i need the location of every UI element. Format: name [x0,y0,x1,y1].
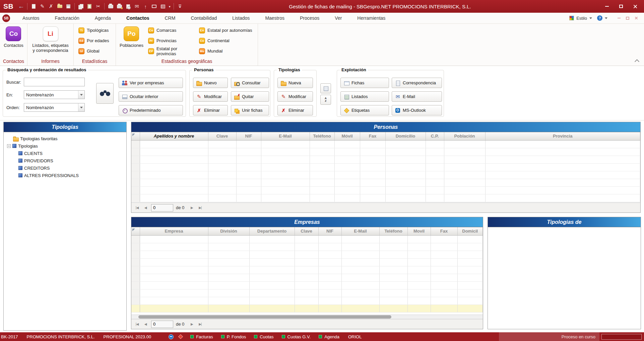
copy-icon[interactable] [76,2,85,11]
column-header[interactable]: Movil [407,227,431,235]
column-header[interactable]: E-Mail [341,227,379,235]
select-all-corner[interactable] [131,227,140,235]
table-row[interactable] [131,266,483,274]
last-page-button[interactable]: ▶| [196,204,204,211]
search-input[interactable] [24,78,85,86]
modificar-tipologia-button[interactable]: Modificar [277,91,313,102]
listados-etiquetas-button[interactable]: Li Listados, etiquetas y correspondencia [30,25,70,53]
column-header[interactable]: NIF [236,132,261,140]
tab-contabilidad[interactable]: Contabilidad [183,13,224,23]
table-row[interactable] [131,179,640,186]
prev-page-button[interactable]: ◀ [142,204,149,211]
export-icon[interactable]: ↑ [141,2,150,11]
close-button[interactable] [628,1,642,11]
mdi-minimize-button[interactable] [615,14,623,22]
tree-item-favoritas[interactable]: Tipologias favoritas [5,135,125,142]
tree-item-altres-professionals[interactable]: ALTRES PROFESSIONALS [5,172,125,179]
tab-contactos[interactable]: Contactos [119,13,157,23]
toolbar-dropdown-icon[interactable]: ▾ [167,2,172,11]
prev-page-button[interactable]: ◀ [142,321,149,328]
grid-icon[interactable] [158,2,167,11]
column-header[interactable]: C.P. [426,132,444,140]
tab-facturacion[interactable]: Facturación [47,13,87,23]
delete-icon[interactable]: ✗ [47,2,55,11]
search-button[interactable] [96,83,114,104]
email-button[interactable]: E-Mail [392,91,442,102]
en-select[interactable]: Nombre/razón [24,90,85,99]
table-row[interactable] [131,243,483,251]
help-icon[interactable]: ? [597,15,602,21]
paste-icon[interactable] [85,2,94,11]
last-page-button[interactable]: ▶| [196,321,204,328]
tab-crm[interactable]: CRM [157,13,183,23]
print-icon[interactable] [106,2,115,11]
fichas-button[interactable]: Fichas [340,78,389,88]
new-document-icon[interactable] [29,2,38,11]
poblaciones-button[interactable]: Po Poblaciones [118,25,145,48]
app-menu-button[interactable]: SB [2,14,10,22]
contactos-button[interactable]: Co Contactos [2,25,25,48]
new-record-row[interactable] [131,305,483,312]
nuevo-persona-button[interactable]: Nuevo [193,78,228,88]
tree-item-creditors[interactable]: CREDITORS [5,164,125,172]
column-header[interactable]: NIF [318,227,341,235]
column-header[interactable]: Población [444,132,485,140]
table-row[interactable] [131,163,640,171]
scrollbar-thumb[interactable] [138,315,391,319]
table-row[interactable] [131,251,483,258]
assign-tipologias-button[interactable] [320,83,331,93]
column-header[interactable]: Clave [295,227,318,235]
comarcas-button[interactable]: Co Comarcas [145,25,196,35]
back-icon[interactable]: ← [17,2,25,11]
column-header[interactable]: Departamento [249,227,295,235]
next-page-button[interactable]: ▶ [188,321,195,328]
estatal-por-autonomias-button[interactable]: EA Estatal por autonomías [196,25,256,35]
collapse-node-icon[interactable] [7,144,11,148]
table-row[interactable] [131,297,483,305]
consultar-persona-button[interactable]: Consultar [231,78,269,88]
sort-az-button[interactable] [320,95,331,105]
listados-button[interactable]: Listados [340,91,389,102]
collapse-ribbon-icon[interactable] [635,59,639,62]
ver-por-empresas-button[interactable]: Ver por empresas [119,78,183,88]
eliminar-persona-button[interactable]: Eliminar [193,105,228,115]
column-header[interactable]: Teléfono [310,132,334,140]
mundial-button[interactable]: Mu Mundial [196,46,256,56]
column-header[interactable]: Empresa [140,227,208,235]
ms-outlook-button[interactable]: MS-Outlook [392,105,442,115]
column-header[interactable]: E-Mail [261,132,310,140]
ocultar-inferior-button[interactable]: Ocultar inferior [119,91,183,102]
horizontal-scrollbar[interactable] [131,315,483,319]
table-row[interactable] [131,274,483,281]
table-row[interactable] [131,281,483,289]
tab-maestros[interactable]: Maestros [257,13,292,23]
predeterminado-button[interactable]: Predeterminado [119,105,183,115]
next-page-button[interactable]: ▶ [188,204,195,211]
etiquetas-button[interactable]: Etiquetas [340,105,389,115]
tab-herramientas[interactable]: Herramientas [349,13,393,23]
column-header[interactable]: Clave [208,132,236,140]
save-icon[interactable] [64,2,73,11]
maximize-button[interactable] [614,1,628,11]
column-header[interactable]: Provincia [485,132,640,140]
tree-item-clients[interactable]: CLIENTS [5,150,125,157]
column-header[interactable]: Teléfono [379,227,407,235]
estatal-por-provincias-button[interactable]: EP Estatal por provincias [145,46,196,56]
select-all-corner[interactable] [131,132,140,140]
open-folder-icon[interactable] [55,2,64,11]
global-button[interactable]: Gl Global [76,46,116,56]
toolbar-options-icon[interactable] [176,2,184,11]
mdi-restore-button[interactable] [623,14,632,22]
table-row[interactable] [131,171,640,179]
page-number-input[interactable] [151,204,173,211]
table-row[interactable] [131,156,640,163]
column-header[interactable]: División [208,227,249,235]
column-header[interactable]: Fax [431,227,457,235]
eliminar-tipologia-button[interactable]: Eliminar [277,105,313,115]
table-row[interactable] [131,194,640,202]
cut-icon[interactable]: ✂ [94,2,103,11]
tab-agenda[interactable]: Agenda [87,13,119,23]
minimize-button[interactable] [600,1,614,11]
column-header[interactable]: Fax [360,132,385,140]
table-row[interactable] [131,235,483,243]
